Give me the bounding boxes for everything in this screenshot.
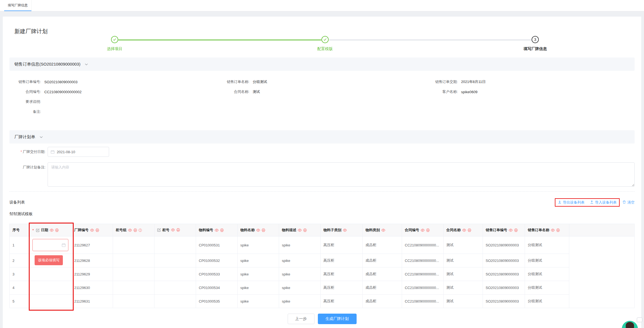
cell-material_subtype: 高压柜 [321,254,363,267]
eye-icon[interactable] [343,229,347,232]
printer-icon[interactable] [303,228,307,232]
check-icon [323,37,327,42]
calendar-icon [62,243,66,247]
cell-material_desc: spike [279,236,321,254]
table-row: 221129628CP01000532spikespike高压柜成品柜CC210… [10,254,635,267]
generate-plan-button[interactable]: 生成厂牌计划 [318,314,357,324]
eye-icon[interactable] [421,229,425,232]
required-error-tooltip: 该项必须填写 [35,255,63,265]
printer-icon[interactable] [55,228,59,232]
printer-icon[interactable] [220,228,224,232]
col-header-label: 合同名称 [446,228,461,233]
cell-order_name: 分组测试 [525,295,569,308]
prev-step-button[interactable]: 上一步 [288,314,315,324]
screen: 填写厂牌信息 新建厂牌计划 选择项目 配置模版 3 填写厂牌信息 销售订单信息(… [0,0,644,328]
download-icon [558,200,561,205]
eye-icon[interactable] [171,228,175,231]
step3-label: 填写厂牌信息 [513,46,557,51]
step3-circle: 3 [532,36,539,43]
printer-icon[interactable] [262,228,265,232]
cell-plate_no: 21129627 [71,236,113,254]
warning-icon[interactable] [138,228,142,232]
import-device-list-button[interactable]: 导入设备列表 [590,200,617,205]
clear-button[interactable]: 清空 [622,200,635,205]
cell-seq: 4 [10,281,30,295]
device-list-title: 设备列表 [9,200,25,205]
order-section-title: 销售订单信息(SO20210809000003) [14,58,80,71]
eye-icon[interactable] [50,229,54,232]
assistant-mascot[interactable] [619,317,642,328]
order-section-header[interactable]: 销售订单信息(SO20210809000003) [9,58,635,71]
col-header-material_no: 物料编号 [196,224,238,236]
col-header-material_desc: 物料描述 [279,224,321,236]
printer-icon[interactable] [556,228,560,232]
eye-icon[interactable] [256,229,260,232]
cell-material_type: 成品柜 [363,236,402,254]
cell-contract_name: 测试 [444,281,483,295]
eye-icon[interactable] [509,229,513,232]
col-header-label: 柜号 [162,228,169,233]
cell-date [30,236,71,254]
cell-order_no: SO20210809000003 [483,236,525,254]
cell-date [30,295,71,308]
plan-remark-textarea[interactable] [48,162,635,187]
field-order-name: 销售订单名称: 分组测试 [218,77,426,87]
step2-check-icon [321,36,329,43]
tab-fill-plate-info[interactable]: 填写厂牌信息 [4,0,32,11]
eye-icon[interactable] [551,229,555,232]
printer-icon[interactable] [133,228,137,232]
cell-order_no: SO20210809000003 [483,254,525,267]
cell-cabinet_no [154,295,196,308]
eye-icon[interactable] [298,229,302,232]
plan-remark-row: 厂牌计划备注: [9,162,635,187]
cell-material_subtype: 高压柜 [321,267,363,281]
eye-icon[interactable] [215,229,219,232]
cell-contract_no: CC2108090000000... [402,236,444,254]
eye-icon[interactable] [381,229,385,232]
cell-plate_no: 21129630 [71,281,113,295]
eye-icon[interactable] [462,229,466,232]
device-table: 序号*日期厂牌编号柜号组柜号物料编号物料名称物料描述物料子类别物料类别合同编号合… [9,224,635,308]
export-device-list-button[interactable]: 导出设备列表 [558,200,584,205]
cell-cabinet_group [113,236,154,254]
table-row: 421129630CP01000534spikespike高压柜成品柜CC210… [10,281,635,295]
printer-icon[interactable] [514,228,518,232]
col-header-date: *日期 [30,224,71,236]
eye-icon[interactable] [90,229,94,232]
col-header-label: 物料子类别 [323,228,341,233]
plan-section-header[interactable]: 厂牌计划单 [9,130,635,144]
printer-icon[interactable] [176,228,180,232]
cell-material_name: spike [238,267,279,281]
table-row: 121129627CP01000531spikespike高压柜成品柜CC210… [10,236,635,254]
section-divider [9,191,635,192]
device-table-wrap: 序号*日期厂牌编号柜号组柜号物料编号物料名称物料描述物料子类别物料类别合同编号合… [9,224,635,308]
cell-cabinet_no [154,236,196,254]
cell-contract_no: CC2108090000000... [402,295,444,308]
cell-material_name: spike [238,254,279,267]
cell-seq: 2 [10,254,30,267]
cell-material_type: 成品柜 [363,267,402,281]
order-info-grid: 销售订单编号: SO20210809000003 销售订单名称: 分组测试 销售… [9,77,635,117]
printer-icon[interactable] [96,228,99,232]
step-connector-pending [329,40,532,40]
mascot-bubble [637,317,642,322]
printer-icon[interactable] [468,228,471,232]
eye-icon[interactable] [128,229,132,232]
col-header-plate_no: 厂牌编号 [71,224,113,236]
cell-order_no: SO20210809000003 [483,281,525,295]
cell-cabinet_group [113,281,154,295]
field-customer-name: 客户名称: spike0609 [426,87,635,97]
printer-icon[interactable] [426,228,430,232]
col-header-seq: 序号 [10,224,30,236]
chevron-down-icon [40,136,43,138]
export-import-annotation: 导出设备列表 导入设备列表 [555,198,620,207]
cell-cabinet_no [154,254,196,267]
cell-material_subtype: 高压柜 [321,236,363,254]
cell-date [30,281,71,295]
row-date-input[interactable] [32,239,68,251]
cell-material_no: CP01000534 [196,281,238,295]
cell-order_name: 分组测试 [525,254,569,267]
cell-contract_no: CC2108090000000... [402,281,444,295]
content-panel: 新建厂牌计划 选择项目 配置模版 3 填写厂牌信息 销售订单信息(SO20210… [3,17,641,328]
delivery-date-input[interactable]: 2021-08-10 [48,147,109,157]
